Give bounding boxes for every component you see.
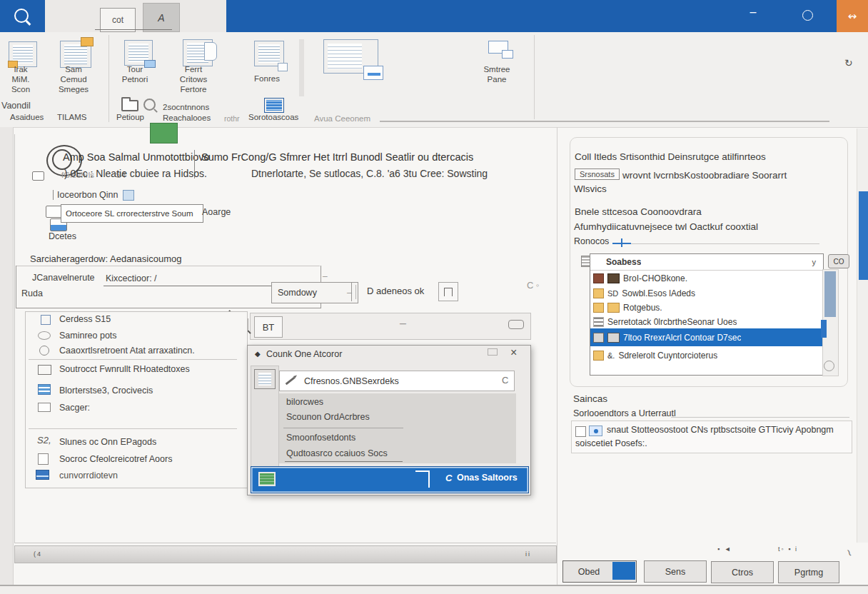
listbox-scroll-accent	[821, 320, 827, 338]
field-ioceorbon-icon[interactable]	[123, 190, 134, 201]
maximize-icon[interactable]	[802, 10, 813, 21]
dialog-close-icon[interactable]: ×	[510, 346, 517, 359]
rp-para6: Ronocos	[574, 236, 609, 246]
contact-row-label: Serretotack 0lrcbrtheSeonar Uoes	[607, 317, 737, 327]
ferrt-critows-icon[interactable]	[183, 39, 213, 66]
co-button[interactable]: CO	[828, 254, 849, 268]
left-list-item[interactable]: Socroc Cfeolcreicotref Aoors	[59, 454, 172, 464]
left-list-item[interactable]: cunvorrdiotevn	[59, 470, 118, 480]
tour-petnori-icon[interactable]	[124, 40, 153, 66]
fonres-chip-icon	[278, 63, 288, 71]
orange-folder-icon	[607, 303, 620, 313]
dialog-item-underline	[285, 461, 403, 462]
envelope-icon[interactable]	[264, 98, 284, 113]
field-label-ioceorbon: Ioceorbon Qinn	[53, 190, 118, 200]
ribbon-item-fonres[interactable]: Fonres	[243, 74, 291, 84]
ribbon-label-asaidues[interactable]: Asaidues	[10, 113, 44, 121]
pgrtmg-button[interactable]: Pgrtmg	[778, 561, 839, 583]
ctros-button[interactable]: Ctros	[711, 561, 774, 583]
tab-active[interactable]: A	[143, 3, 180, 32]
tab-strip: cot A	[45, 0, 226, 32]
ribbon-label-avua: Avua Ceeonem	[314, 114, 370, 123]
orange-box-icon	[593, 351, 604, 361]
excel-green-icon	[258, 472, 276, 486]
ribbon-item-card-images[interactable]: Sam Cemud Smeges	[53, 64, 94, 94]
contact-row-label: Sdrelerolt Cuyntorcioterus	[618, 351, 717, 361]
dialog-list-item[interactable]: Scounon OrdAcrbres	[286, 412, 370, 422]
ribbon-label-vaondil: Vaondil	[1, 101, 31, 111]
tab-cot-label: cot	[112, 15, 123, 25]
ribbon-item-ferrt-critows[interactable]: Ferrt Critows Fertore	[168, 64, 218, 94]
ribbon-label-tilams[interactable]: TILAMS	[57, 113, 87, 121]
rp-rule2	[671, 417, 849, 418]
adeneos-icon-button[interactable]	[438, 282, 458, 301]
dialog-restore-icon[interactable]	[488, 348, 498, 356]
dropdown-divider	[351, 283, 352, 301]
listbox-header-label: Soabess	[606, 257, 641, 267]
account-combo[interactable]: Ortoceore SL crrorecterstrve Soum	[61, 204, 203, 223]
contact-row-label: Sowbl.Esos lAdeds	[622, 288, 695, 298]
bt-button[interactable]: BT	[254, 316, 283, 338]
ribbon-label-reach-hint: rothr	[224, 114, 240, 123]
toolbar-pill-icon[interactable]	[508, 320, 524, 329]
somdowy-dropdown[interactable]: Somdowy –	[271, 282, 358, 303]
footer-glyph: C	[445, 473, 452, 483]
smtree-pane-icon[interactable]	[488, 41, 508, 54]
adeneos-check-label[interactable]: D adeneos ok	[367, 286, 424, 296]
reading-pane-blueband-icon	[368, 73, 380, 76]
ribbon-item-mail-scan[interactable]: Irak MiM. Scon	[0, 64, 41, 94]
dialog-list-item[interactable]: Smoonfosetdonts	[286, 433, 355, 443]
left-list-item[interactable]: Caaoxrtlsretroent Atat arraxatincn.	[59, 346, 195, 356]
left-list-item[interactable]: Cerdess S15	[59, 314, 111, 324]
mail-scan-icon[interactable]	[9, 41, 37, 67]
ribbon-rule	[380, 121, 829, 122]
left-list-item[interactable]: Saminreo pots	[59, 331, 117, 341]
checkbox[interactable]	[575, 426, 586, 437]
window-icon	[38, 365, 51, 375]
rp-section2-title: Saincas	[573, 393, 607, 404]
form-row-label2: Ruda	[21, 288, 43, 298]
sort-glyph[interactable]: y	[812, 258, 817, 266]
dialog-search-input[interactable]	[279, 371, 515, 391]
vertical-scrollbar[interactable]	[857, 129, 868, 543]
left-list-item[interactable]: Blorterstse3, Crocivecis	[59, 386, 153, 396]
contact-row[interactable]: Rotgebus.	[590, 300, 823, 316]
listbox-scroll-thumb[interactable]	[824, 271, 836, 317]
contact-row[interactable]: Serretotack 0lrcbrtheSeonar Uoes	[590, 314, 823, 330]
left-list-item[interactable]: Sacger:	[59, 403, 90, 413]
refresh-icon[interactable]: ↻	[844, 57, 853, 69]
ribbon-label-petioup[interactable]: Petioup	[116, 113, 144, 121]
folder-icon[interactable]	[121, 100, 138, 111]
dialog-list-item[interactable]: bilorcwes	[286, 397, 323, 407]
ribbon-label-reachalooes[interactable]: 2socntnnons Reachalooes	[163, 102, 211, 124]
contact-row[interactable]: SD Sowbl.Esos lAdeds	[590, 286, 823, 301]
ribbon-item-tour-petnori[interactable]: Tour Petnori	[108, 64, 161, 84]
swirl-glyph-icon: S2,	[37, 435, 51, 446]
reading-pane-icon[interactable]	[323, 39, 378, 74]
contact-listbox[interactable]: Soabess y BroI-CHOBkone. SD Sowbl.Esos l…	[590, 253, 824, 376]
stray-c-glyph: C ◦	[527, 280, 540, 291]
tab-cot[interactable]: cot	[100, 8, 136, 32]
search-icon[interactable]	[14, 9, 29, 23]
contact-row[interactable]: &. Sdrelerolt Cuyntorcioterus	[590, 348, 823, 363]
listbox-header[interactable]: Soabess y	[590, 254, 823, 271]
vertical-scroll-thumb[interactable]	[859, 191, 868, 280]
ribbon-item-smtree-pane[interactable]: Smtree Pane	[474, 64, 520, 84]
minimize-button[interactable]: –	[742, 6, 764, 19]
left-list-item[interactable]: Slunes oc Onn EPagods	[59, 437, 156, 447]
ribbon-search-icon[interactable]	[143, 99, 156, 111]
contact-row[interactable]: BroI-CHOBkone.	[590, 271, 823, 286]
horizontal-scrollbar[interactable]: (4 ii	[14, 545, 557, 563]
fonres-icon[interactable]	[254, 41, 284, 66]
close-button[interactable]: ↭	[837, 0, 868, 32]
obed-button[interactable]: Obed	[562, 560, 637, 583]
row-prefix-glyph: SD	[607, 289, 618, 298]
left-list-item[interactable]: Soutrocct Fwnrullt RHoatedtoxes	[59, 364, 190, 374]
close-icon: ↭	[848, 10, 857, 23]
contact-row-selected[interactable]: 7ltoo RrexrAlcrl Contoar D7sec	[590, 328, 823, 346]
dialog-list-item[interactable]: Qudtoasrco ccaiuos Socs	[286, 448, 388, 458]
sens-button[interactable]: Sens	[644, 560, 707, 583]
circle-icon	[39, 346, 49, 356]
ribbon-label-sorotoascoas[interactable]: Sorotoascoas	[248, 113, 298, 121]
dialog-footer-bar[interactable]: C Onas Saltoors	[251, 466, 529, 493]
